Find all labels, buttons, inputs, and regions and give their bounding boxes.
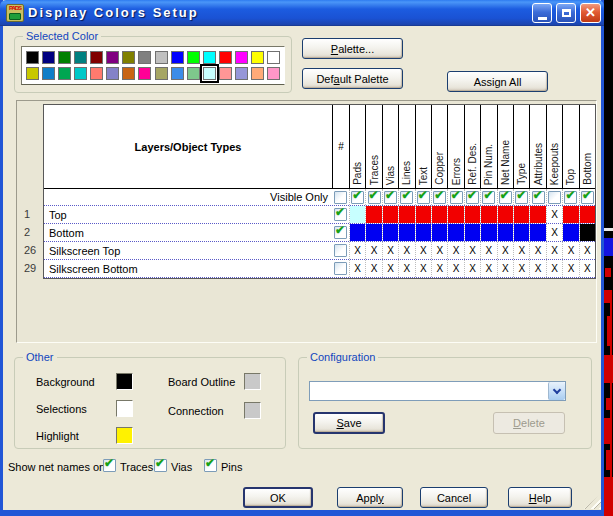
color-assignment-cell[interactable]: X (562, 260, 578, 277)
color-assignment-cell[interactable] (579, 224, 595, 241)
color-assignment-cell[interactable]: X (382, 260, 398, 277)
color-assignment-cell[interactable] (562, 206, 578, 223)
palette-swatch[interactable] (219, 51, 232, 64)
palette-swatch[interactable] (26, 67, 39, 80)
color-assignment-cell[interactable] (365, 206, 381, 223)
color-assignment-cell[interactable] (349, 224, 365, 241)
cancel-button[interactable]: Cancel (420, 487, 488, 508)
highlight-color-swatch[interactable] (116, 427, 133, 444)
visible-only-checkbox[interactable]: ✔ (532, 191, 545, 204)
color-assignment-cell[interactable] (447, 206, 463, 223)
visible-only-checkbox[interactable]: ✔ (466, 191, 479, 204)
layer-enabled-checkbox[interactable] (334, 244, 347, 257)
color-assignment-cell[interactable]: X (382, 242, 398, 259)
color-assignment-cell[interactable]: X (365, 260, 381, 277)
color-assignment-cell[interactable]: X (431, 242, 447, 259)
visible-only-checkbox[interactable]: ✔ (482, 191, 495, 204)
delete-button[interactable]: Delete (493, 412, 565, 434)
palette-swatch[interactable] (26, 51, 39, 64)
layer-enabled-checkbox[interactable]: ✔ (334, 226, 347, 239)
help-button[interactable]: Help (508, 487, 572, 508)
color-assignment-cell[interactable] (398, 224, 414, 241)
palette-swatch[interactable] (235, 51, 248, 64)
layer-name[interactable]: Top (44, 206, 332, 223)
pins-checkbox[interactable]: ✔ (204, 459, 217, 472)
palette-swatch[interactable] (58, 67, 71, 80)
visible-only-checkbox[interactable]: ✔ (499, 191, 512, 204)
palette-swatch[interactable] (251, 67, 264, 80)
background-color-swatch[interactable] (116, 373, 133, 390)
color-assignment-cell[interactable] (431, 224, 447, 241)
color-assignment-cell[interactable] (529, 224, 545, 241)
palette-swatch[interactable] (267, 67, 280, 80)
color-assignment-cell[interactable]: X (529, 242, 545, 259)
default-palette-button[interactable]: Default Palette (302, 68, 403, 89)
palette-swatch[interactable] (90, 67, 103, 80)
palette-swatch[interactable] (106, 51, 119, 64)
visible-only-checkbox[interactable]: ✔ (417, 191, 430, 204)
palette-swatch[interactable] (187, 51, 200, 64)
visible-only-checkbox[interactable]: ✔ (564, 191, 577, 204)
layer-name[interactable]: Silkscreen Top (44, 242, 332, 259)
selections-color-swatch[interactable] (116, 400, 133, 417)
connection-color-swatch[interactable] (244, 402, 261, 419)
palette-swatch[interactable] (74, 51, 87, 64)
palette-swatch[interactable] (74, 67, 87, 80)
color-assignment-cell[interactable]: X (431, 260, 447, 277)
color-assignment-cell[interactable] (415, 206, 431, 223)
color-assignment-cell[interactable] (382, 206, 398, 223)
color-assignment-cell[interactable] (579, 206, 595, 223)
color-assignment-cell[interactable] (497, 224, 513, 241)
palette-swatch[interactable] (42, 67, 55, 80)
color-assignment-cell[interactable] (480, 224, 496, 241)
color-assignment-cell[interactable]: X (349, 260, 365, 277)
color-assignment-cell[interactable] (480, 206, 496, 223)
board-outline-color-swatch[interactable] (244, 373, 261, 390)
palette-swatch[interactable] (155, 51, 168, 64)
visible-only-checkbox[interactable]: ✔ (368, 191, 381, 204)
color-assignment-cell[interactable] (513, 206, 529, 223)
visible-only-checkbox[interactable]: ✔ (400, 191, 413, 204)
visible-only-checkbox[interactable]: ✔ (450, 191, 463, 204)
palette-swatch[interactable] (203, 51, 216, 64)
color-assignment-cell[interactable]: X (579, 242, 595, 259)
color-assignment-cell[interactable]: X (497, 260, 513, 277)
palette-swatch[interactable] (187, 67, 200, 80)
save-button[interactable]: Save (313, 412, 385, 434)
combobox-dropdown-button[interactable] (548, 382, 565, 400)
color-assignment-cell[interactable]: X (529, 260, 545, 277)
color-assignment-cell[interactable] (497, 206, 513, 223)
visible-only-checkbox[interactable]: ✔ (351, 191, 364, 204)
palette-swatch[interactable] (235, 67, 248, 80)
ok-button[interactable]: OK (243, 487, 313, 508)
titlebar[interactable]: PADS Display Colors Setup ✕ (0, 0, 604, 26)
layer-enabled-checkbox[interactable]: ✔ (334, 208, 347, 221)
color-assignment-cell[interactable]: X (546, 260, 562, 277)
palette-swatch[interactable] (90, 51, 103, 64)
color-assignment-cell[interactable] (562, 224, 578, 241)
visible-only-checkbox[interactable]: ✔ (433, 191, 446, 204)
palette-swatch[interactable] (42, 51, 55, 64)
palette-swatch[interactable] (122, 67, 135, 80)
color-assignment-cell[interactable]: X (513, 260, 529, 277)
color-assignment-cell[interactable]: X (480, 260, 496, 277)
palette-swatch[interactable] (58, 51, 71, 64)
palette-swatch[interactable] (155, 67, 168, 80)
visible-only-checkbox[interactable]: ✔ (581, 191, 594, 204)
color-assignment-cell[interactable] (349, 206, 365, 223)
palette-swatch[interactable] (122, 51, 135, 64)
layer-enabled-checkbox[interactable] (334, 262, 347, 275)
configuration-combobox[interactable] (309, 381, 566, 401)
minimize-button[interactable] (532, 3, 552, 23)
color-assignment-cell[interactable]: X (464, 242, 480, 259)
color-assignment-cell[interactable]: X (415, 242, 431, 259)
visible-only-checkbox[interactable]: ✔ (515, 191, 528, 204)
color-assignment-cell[interactable]: X (546, 206, 562, 223)
maximize-button[interactable] (556, 3, 576, 23)
palette-swatch[interactable] (138, 67, 151, 80)
visible-only-checkbox[interactable] (548, 191, 561, 204)
palette-swatch[interactable] (138, 51, 151, 64)
apply-button[interactable]: Apply (337, 487, 403, 508)
color-assignment-cell[interactable] (415, 224, 431, 241)
visible-only-checkbox[interactable]: ✔ (384, 191, 397, 204)
